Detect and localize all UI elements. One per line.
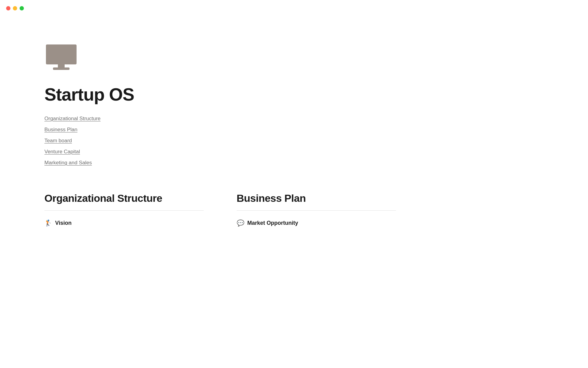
nav-links: Organizational Structure Business Plan T…	[44, 114, 429, 168]
market-opportunity-label: Market Opportunity	[247, 220, 298, 226]
market-emoji: 💬	[237, 219, 244, 227]
main-content: Startup OS Organizational Structure Busi…	[0, 0, 429, 252]
traffic-lights	[6, 6, 24, 10]
section-business-plan: Business Plan 💬 Market Opportunity	[237, 192, 429, 228]
vision-emoji: 🏌️	[44, 219, 52, 227]
svg-rect-2	[53, 67, 70, 70]
section-org-structure: Organizational Structure 🏌️ Vision	[44, 192, 237, 228]
section-divider-business	[237, 210, 396, 211]
svg-rect-1	[58, 64, 65, 67]
svg-rect-0	[46, 44, 77, 64]
minimize-button[interactable]	[13, 6, 17, 10]
section-item-vision[interactable]: 🏌️ Vision	[44, 218, 218, 228]
nav-link-business-plan[interactable]: Business Plan	[44, 125, 77, 135]
sections-row: Organizational Structure 🏌️ Vision Busin…	[44, 192, 429, 228]
page-title: Startup OS	[44, 84, 429, 105]
vision-label: Vision	[55, 220, 72, 226]
section-divider-org	[44, 210, 204, 211]
section-title-org: Organizational Structure	[44, 192, 218, 204]
nav-link-venture-capital[interactable]: Venture Capital	[44, 147, 80, 157]
maximize-button[interactable]	[20, 6, 24, 10]
nav-link-org-structure[interactable]: Organizational Structure	[44, 114, 100, 124]
nav-link-team-board[interactable]: Team board	[44, 136, 72, 146]
close-button[interactable]	[6, 6, 10, 10]
page-icon	[44, 43, 429, 72]
nav-link-marketing-sales[interactable]: Marketing and Sales	[44, 158, 92, 168]
section-item-market-opportunity[interactable]: 💬 Market Opportunity	[237, 218, 411, 228]
section-title-business: Business Plan	[237, 192, 411, 204]
